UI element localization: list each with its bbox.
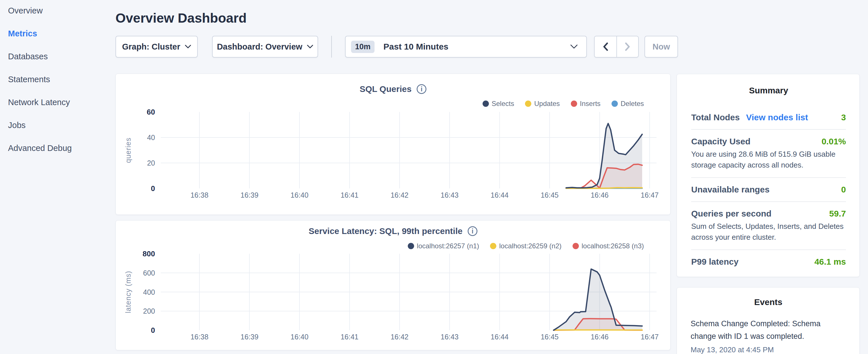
- x-axis-tick-label: 16:43: [441, 191, 459, 199]
- chevron-down-icon: [185, 45, 191, 49]
- time-range-dropdown[interactable]: 10m Past 10 Minutes: [345, 36, 587, 58]
- x-axis-tick-label: 16:41: [340, 191, 359, 199]
- sidebar: OverviewMetricsDatabasesStatementsNetwor…: [0, 0, 115, 354]
- page-title: Overview Dashboard: [116, 10, 247, 26]
- y-axis-tick-label: 0: [151, 326, 155, 334]
- x-axis-tick-label: 16:38: [191, 191, 209, 199]
- sidebar-item-network-latency[interactable]: Network Latency: [0, 97, 115, 120]
- x-axis-tick-label: 16:39: [241, 191, 258, 199]
- summary-row-label: P99 latency: [691, 257, 739, 267]
- events-panel: Events Schema Change Completed: Schema c…: [677, 287, 860, 354]
- summary-row-description: Sum of Selects, Updates, Inserts, and De…: [691, 221, 846, 243]
- event-text: Schema Change Completed: Schema change w…: [691, 317, 846, 343]
- summary-row-line: Queries per second59.7: [691, 209, 846, 219]
- y-axis-tick-label: 800: [143, 250, 155, 258]
- chevron-right-icon: [625, 42, 630, 51]
- x-axis-tick-label: 16:46: [591, 333, 609, 341]
- summary-title: Summary: [691, 86, 846, 95]
- time-range-badge: 10m: [351, 41, 375, 53]
- event-item: Schema Change Completed: Schema change w…: [691, 317, 846, 354]
- events-list: Schema Change Completed: Schema change w…: [691, 317, 846, 354]
- x-axis-tick-label: 16:40: [290, 333, 309, 341]
- sidebar-item-databases[interactable]: Databases: [0, 51, 115, 74]
- x-axis-tick-label: 16:47: [641, 333, 659, 341]
- summary-row-value: 59.7: [829, 209, 846, 219]
- time-step-button-group: [594, 36, 639, 58]
- controls-toolbar: Graph: Cluster Dashboard: Overview 10m P…: [116, 36, 678, 58]
- x-axis-tick-label: 16:46: [591, 191, 609, 199]
- sidebar-item-advanced-debug[interactable]: Advanced Debug: [0, 143, 115, 166]
- graph-selector-label: Graph: Cluster: [122, 42, 180, 52]
- y-axis-label: queries: [124, 137, 132, 163]
- summary-row-unavailable-ranges: Unavailable ranges0: [691, 178, 846, 202]
- x-axis-tick-label: 16:44: [491, 333, 509, 341]
- admin-ui-root: OverviewMetricsDatabasesStatementsNetwor…: [0, 0, 868, 354]
- summary-row-p99-latency: P99 latency46.1 ms: [691, 250, 846, 273]
- now-button[interactable]: Now: [645, 36, 678, 58]
- x-axis-tick-label: 16:44: [491, 191, 509, 199]
- chevron-down-icon: [570, 44, 578, 49]
- summary-row-label: Total Nodes: [691, 112, 740, 122]
- y-axis-tick-label: 40: [147, 133, 155, 141]
- sidebar-item-statements[interactable]: Statements: [0, 74, 115, 97]
- summary-row-description: You are using 28.6 MiB of 515.9 GiB usab…: [691, 149, 846, 170]
- summary-row-total-nodes: Total NodesView nodes list3: [691, 106, 846, 130]
- dashboard-selector-label: Dashboard: Overview: [217, 42, 302, 52]
- series-area-selects: [566, 123, 642, 189]
- y-axis-tick-label: 20: [147, 159, 155, 167]
- dashboard-selector-dropdown[interactable]: Dashboard: Overview: [212, 36, 318, 58]
- sidebar-item-overview[interactable]: Overview: [0, 5, 115, 28]
- x-axis-tick-label: 16:38: [191, 333, 209, 341]
- summary-row-capacity-used: Capacity Used0.01%You are using 28.6 MiB…: [691, 130, 846, 178]
- y-axis-tick-label: 60: [147, 108, 155, 116]
- chevron-left-icon: [603, 42, 608, 51]
- summary-row-value: 0: [841, 185, 846, 194]
- summary-row-label: Queries per second: [691, 209, 771, 219]
- summary-row-line: Unavailable ranges0: [691, 185, 846, 194]
- y-axis-tick-label: 200: [143, 307, 155, 315]
- summary-row-value: 46.1 ms: [814, 257, 846, 267]
- x-axis-tick-label: 16:42: [391, 333, 409, 341]
- summary-row-label: Unavailable ranges: [691, 185, 769, 194]
- y-axis-tick-label: 400: [143, 288, 155, 296]
- sidebar-item-jobs[interactable]: Jobs: [0, 120, 115, 143]
- service-latency-chart-plot[interactable]: 800600400200016:3816:3916:4016:4116:4216…: [116, 221, 671, 351]
- y-axis-tick-label: 0: [151, 184, 155, 193]
- x-axis-tick-label: 16:47: [641, 191, 659, 199]
- summary-row-line: P99 latency46.1 ms: [691, 257, 846, 267]
- time-range-label: Past 10 Minutes: [383, 42, 570, 52]
- summary-row-value: 0.01%: [822, 137, 846, 147]
- summary-row-queries-per-second: Queries per second59.7Sum of Selects, Up…: [691, 202, 846, 250]
- sidebar-item-metrics[interactable]: Metrics: [0, 28, 115, 51]
- time-step-prev-button[interactable]: [595, 36, 616, 57]
- y-axis-label: latency (ms): [124, 271, 132, 313]
- x-axis-tick-label: 16:39: [241, 333, 258, 341]
- x-axis-tick-label: 16:43: [441, 333, 459, 341]
- time-step-next-button[interactable]: [616, 36, 638, 57]
- event-timestamp: May 13, 2020 at 4:45 PM: [691, 345, 846, 354]
- x-axis-tick-label: 16:40: [290, 191, 309, 199]
- summary-rows: Total NodesView nodes list3Capacity Used…: [691, 106, 846, 273]
- service-latency-chart-card: Service Latency: SQL, 99th percentile i …: [116, 220, 671, 350]
- chevron-down-icon: [307, 45, 313, 49]
- sql-queries-chart-plot[interactable]: 604020016:3816:3916:4016:4116:4216:4316:…: [116, 74, 671, 215]
- toolbar-divider: [331, 36, 332, 58]
- x-axis-tick-label: 16:41: [340, 333, 359, 341]
- x-axis-tick-label: 16:42: [391, 191, 409, 199]
- y-axis-tick-label: 600: [143, 269, 155, 277]
- x-axis-tick-label: 16:45: [541, 191, 559, 199]
- summary-row-line: Capacity Used0.01%: [691, 137, 846, 147]
- x-axis-tick-label: 16:45: [541, 333, 559, 341]
- summary-row-label: Capacity Used: [691, 137, 750, 147]
- summary-panel: Summary Total NodesView nodes list3Capac…: [677, 74, 860, 277]
- summary-row-line: Total NodesView nodes list3: [691, 112, 846, 122]
- sql-queries-chart-card: SQL Queries i SelectsUpdatesInsertsDelet…: [116, 74, 671, 215]
- events-title: Events: [691, 297, 846, 307]
- summary-row-value: 3: [841, 112, 846, 122]
- graph-selector-dropdown[interactable]: Graph: Cluster: [116, 36, 198, 58]
- view-nodes-list-link[interactable]: View nodes list: [746, 112, 808, 122]
